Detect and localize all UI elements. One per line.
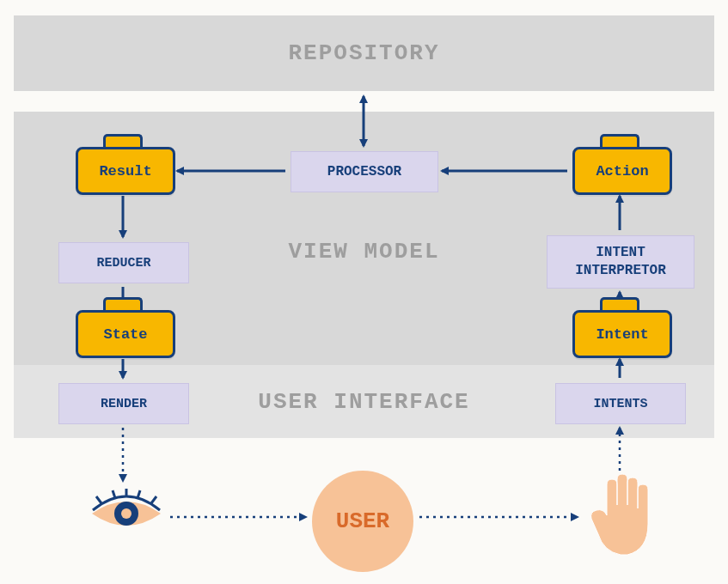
box-intents-label: INTENTS bbox=[593, 397, 647, 411]
case-handle-icon bbox=[103, 297, 143, 310]
actor-user: USER bbox=[312, 471, 413, 572]
hand-icon bbox=[586, 472, 655, 558]
case-state: State bbox=[76, 297, 170, 358]
region-viewmodel-label: VIEW MODEL bbox=[288, 239, 439, 265]
case-intent-label: Intent bbox=[596, 326, 648, 343]
svg-line-4 bbox=[138, 490, 140, 498]
eye-icon bbox=[88, 488, 165, 539]
case-handle-icon bbox=[600, 134, 639, 147]
svg-line-3 bbox=[113, 490, 115, 498]
box-processor-label: PROCESSOR bbox=[327, 164, 401, 179]
case-handle-icon bbox=[600, 297, 639, 310]
case-action: Action bbox=[572, 134, 667, 195]
case-state-label: State bbox=[103, 326, 147, 343]
svg-line-5 bbox=[151, 496, 156, 503]
case-action-label: Action bbox=[596, 163, 648, 179]
box-intent-interpretor-label: INTENT INTERPRETOR bbox=[575, 244, 666, 280]
box-render: RENDER bbox=[58, 383, 189, 424]
actor-user-label: USER bbox=[336, 508, 389, 534]
svg-point-1 bbox=[121, 508, 132, 519]
box-reducer: REDUCER bbox=[58, 242, 189, 283]
case-result-label: Result bbox=[99, 163, 151, 179]
box-render-label: RENDER bbox=[101, 397, 147, 411]
region-ui-label: USER INTERFACE bbox=[258, 389, 469, 415]
case-handle-icon bbox=[103, 134, 143, 147]
case-intent: Intent bbox=[572, 297, 667, 358]
box-intents: INTENTS bbox=[555, 383, 686, 424]
box-intent-interpretor: INTENT INTERPRETOR bbox=[547, 235, 694, 289]
case-result: Result bbox=[76, 134, 170, 195]
svg-line-2 bbox=[96, 496, 101, 503]
region-repository: REPOSITORY bbox=[14, 15, 714, 91]
box-processor: PROCESSOR bbox=[291, 151, 438, 192]
region-repository-label: REPOSITORY bbox=[288, 40, 439, 66]
architecture-diagram: REPOSITORY VIEW MODEL USER INTERFACE PRO… bbox=[0, 0, 728, 584]
box-reducer-label: REDUCER bbox=[96, 256, 150, 271]
